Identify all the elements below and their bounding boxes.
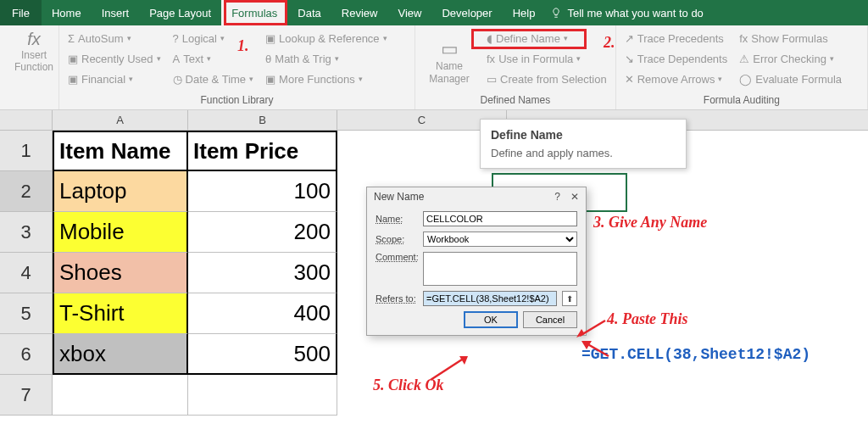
ok-button[interactable]: OK xyxy=(464,311,518,328)
arrow-icon xyxy=(581,339,615,365)
name-label: Name: xyxy=(376,214,418,224)
cell-a3[interactable]: Mobile xyxy=(53,212,188,253)
menubar: File Home Insert Page Layout Formulas Da… xyxy=(0,0,868,25)
dialog-title: New Name xyxy=(374,191,424,203)
insert-function-button[interactable]: fx Insert Function xyxy=(8,29,59,74)
evaluate-formula-button[interactable]: ◯ Evaluate Formula xyxy=(739,70,842,88)
name-manager-icon: ▭ xyxy=(441,38,459,60)
comment-label: Comment: xyxy=(376,252,418,262)
insert-function-label: Insert Function xyxy=(8,49,59,74)
svg-line-4 xyxy=(431,358,465,380)
tab-page-layout[interactable]: Page Layout xyxy=(139,0,221,25)
row-header[interactable]: 4 xyxy=(0,253,53,293)
cell-b5[interactable]: 400 xyxy=(188,293,337,334)
fx-icon: fx xyxy=(27,29,41,49)
remove-arrows-button[interactable]: ✕ Remove Arrows xyxy=(625,70,727,88)
group-insert-function: fx Insert Function xyxy=(0,25,59,109)
trace-dependents-button[interactable]: ↘ Trace Dependents xyxy=(625,49,727,68)
row-header[interactable]: 7 xyxy=(0,375,53,416)
cell-a6[interactable]: xbox xyxy=(53,334,188,375)
row-header[interactable]: 5 xyxy=(0,293,53,334)
cell-a4[interactable]: Shoes xyxy=(53,253,188,293)
arrow-icon xyxy=(427,354,470,385)
defined-names-label: Defined Names xyxy=(424,94,607,108)
autosum-button[interactable]: Σ AutoSum xyxy=(68,29,161,47)
row-header[interactable]: 6 xyxy=(0,334,53,375)
header-item-name[interactable]: Item Name xyxy=(53,131,188,171)
cancel-button[interactable]: Cancel xyxy=(523,311,577,328)
tab-review[interactable]: Review xyxy=(331,0,388,25)
tab-insert[interactable]: Insert xyxy=(92,0,140,25)
help-icon[interactable]: ? xyxy=(554,191,560,203)
show-formulas-button[interactable]: fx Show Formulas xyxy=(739,29,842,47)
select-all[interactable] xyxy=(0,110,53,130)
group-defined-names: ▭ Name Manager ◖ Define Name fx Use in F… xyxy=(415,25,616,109)
define-name-tooltip: Define Name Define and apply names. xyxy=(480,119,687,169)
refers-to-input[interactable] xyxy=(423,291,557,306)
tab-home[interactable]: Home xyxy=(42,0,92,25)
function-library-label: Function Library xyxy=(68,94,406,108)
table-row: 1 Item Name Item Price xyxy=(0,131,868,171)
tab-file[interactable]: File xyxy=(0,0,42,25)
tab-developer[interactable]: Developer xyxy=(431,0,502,25)
cell-b2[interactable]: 100 xyxy=(188,171,337,212)
lightbulb-icon xyxy=(550,7,562,19)
ribbon: fx Insert Function Σ AutoSum ▣ Recently … xyxy=(0,25,868,110)
define-name-button[interactable]: ◖ Define Name xyxy=(487,29,607,47)
tab-formulas[interactable]: Formulas xyxy=(221,0,287,25)
new-name-dialog: New Name ? ✕ Name: Scope: Workbook Comme… xyxy=(366,187,587,336)
cell-b7[interactable] xyxy=(188,375,337,416)
refers-to-label: Refers to: xyxy=(376,293,418,304)
tab-data[interactable]: Data xyxy=(287,0,331,25)
tab-view[interactable]: View xyxy=(387,0,431,25)
tooltip-body: Define and apply names. xyxy=(491,147,676,159)
col-header-b[interactable]: B xyxy=(188,110,337,130)
name-input[interactable] xyxy=(423,211,577,226)
collapse-dialog-icon[interactable]: ⬆ xyxy=(562,291,577,306)
formula-auditing-label: Formula Auditing xyxy=(625,94,859,108)
header-item-price[interactable]: Item Price xyxy=(188,131,337,171)
annotation-3: 3. Give Any Name xyxy=(593,214,707,232)
column-headers: A B C xyxy=(0,110,868,131)
tell-me[interactable]: Tell me what you want to do xyxy=(550,7,703,20)
financial-button[interactable]: ▣ Financial xyxy=(68,70,161,88)
close-icon[interactable]: ✕ xyxy=(570,191,579,203)
annotation-formula: =GET.CELL(38,Sheet12!$A2) xyxy=(581,346,810,363)
tab-help[interactable]: Help xyxy=(503,0,546,25)
dialog-titlebar[interactable]: New Name ? ✕ xyxy=(367,187,586,206)
group-formula-auditing: ↗ Trace Precedents ↘ Trace Dependents ✕ … xyxy=(616,25,868,109)
cell-b6[interactable]: 500 xyxy=(188,334,337,375)
tell-me-label: Tell me what you want to do xyxy=(567,7,703,20)
tooltip-title: Define Name xyxy=(491,128,676,142)
scope-label: Scope: xyxy=(376,234,418,244)
annotation-4: 4. Paste This xyxy=(607,310,688,328)
date-time-button[interactable]: ◷ Date & Time xyxy=(173,70,254,88)
scope-select[interactable]: Workbook xyxy=(423,232,577,247)
cell-a7[interactable] xyxy=(53,375,188,416)
cell-a5[interactable]: T-Shirt xyxy=(53,293,188,334)
row-header[interactable]: 3 xyxy=(0,212,53,253)
recently-used-button[interactable]: ▣ Recently Used xyxy=(68,49,161,68)
error-checking-button[interactable]: ⚠ Error Checking xyxy=(739,49,842,68)
cell-a2[interactable]: Laptop xyxy=(53,171,188,212)
annotation-1: 1. xyxy=(237,37,249,55)
math-trig-button[interactable]: θ Math & Trig xyxy=(265,49,387,68)
col-header-a[interactable]: A xyxy=(53,110,188,130)
comment-textarea[interactable] xyxy=(423,252,577,286)
annotation-2: 2. xyxy=(604,34,615,52)
row-header[interactable]: 1 xyxy=(0,131,53,171)
more-functions-button[interactable]: ▣ More Functions xyxy=(265,70,387,88)
name-manager-button[interactable]: ▭ Name Manager xyxy=(424,29,475,94)
use-in-formula-button[interactable]: fx Use in Formula xyxy=(487,49,607,68)
name-manager-label: Name Manager xyxy=(424,60,475,85)
cell-b3[interactable]: 200 xyxy=(188,212,337,253)
lookup-reference-button[interactable]: ▣ Lookup & Reference xyxy=(265,29,387,47)
create-from-selection-button[interactable]: ▭ Create from Selection xyxy=(487,70,607,88)
cell-b4[interactable]: 300 xyxy=(188,253,337,293)
trace-precedents-button[interactable]: ↗ Trace Precedents xyxy=(625,29,727,47)
row-header[interactable]: 2 xyxy=(0,171,53,212)
